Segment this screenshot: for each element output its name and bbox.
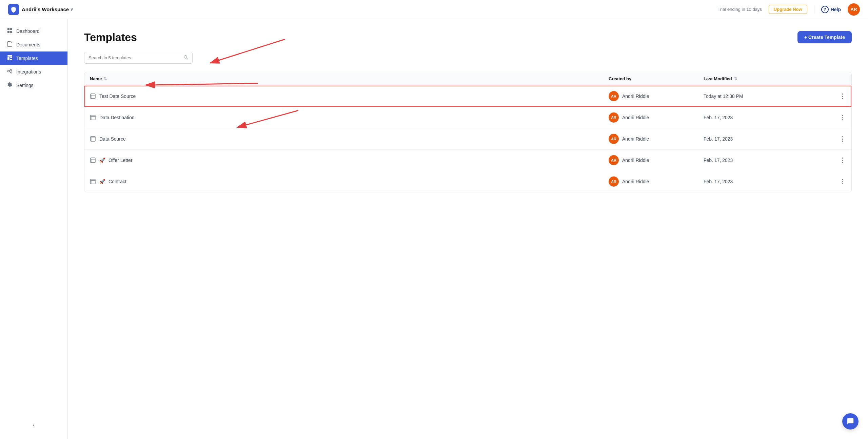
row-name: 🚀 Contract: [90, 179, 609, 185]
chat-bubble-button[interactable]: [842, 413, 859, 430]
svg-rect-1: [10, 28, 12, 30]
navbar-divider: [814, 5, 814, 14]
template-row-icon: [90, 136, 96, 142]
svg-rect-22: [91, 137, 95, 141]
svg-rect-6: [10, 57, 12, 58]
column-created-by: Created by: [609, 76, 704, 81]
templates-icon: [7, 55, 13, 62]
help-icon: ?: [821, 6, 829, 13]
svg-rect-4: [7, 55, 12, 57]
template-row-icon: [90, 157, 96, 163]
svg-rect-2: [7, 31, 9, 33]
main-content: Templates + Create Template Name ⇅ Creat…: [68, 19, 868, 439]
row-name-text: Test Data Source: [99, 93, 136, 99]
row-creator: AR Andrii Riddle: [609, 134, 704, 144]
templates-table: Name ⇅ Created by Last Modified ⇅ Test D…: [84, 72, 852, 192]
creator-name: Andrii Riddle: [622, 136, 649, 142]
row-menu-button[interactable]: ⋮: [832, 92, 846, 100]
creator-name: Andrii Riddle: [622, 115, 649, 120]
table-row[interactable]: 🚀 Contract AR Andrii Riddle Feb. 17, 202…: [84, 171, 851, 192]
row-menu-button[interactable]: ⋮: [832, 178, 846, 185]
svg-point-14: [184, 56, 187, 58]
sidebar-label-dashboard: Dashboard: [16, 28, 40, 34]
sidebar-item-integrations[interactable]: Integrations: [0, 65, 67, 79]
svg-line-12: [9, 71, 11, 72]
row-creator: AR Andrii Riddle: [609, 176, 704, 187]
table-row[interactable]: Data Destination AR Andrii Riddle Feb. 1…: [84, 107, 851, 128]
row-name: Test Data Source: [90, 93, 609, 99]
svg-point-8: [8, 70, 9, 72]
upgrade-button[interactable]: Upgrade Now: [769, 5, 807, 14]
row-modified: Today at 12:38 PM: [704, 93, 832, 99]
settings-icon: [7, 82, 13, 89]
help-label: Help: [831, 7, 841, 12]
creator-avatar: AR: [609, 91, 619, 101]
row-menu-button[interactable]: ⋮: [832, 156, 846, 164]
search-icon: [183, 55, 188, 61]
svg-rect-0: [7, 28, 9, 30]
svg-line-11: [9, 70, 11, 71]
row-modified: Feb. 17, 2023: [704, 136, 832, 142]
column-name: Name ⇅: [90, 76, 609, 81]
template-row-icon: [90, 179, 96, 185]
user-avatar[interactable]: AR: [848, 3, 860, 16]
workspace-selector[interactable]: Andrii's Workspace ∨: [22, 6, 73, 12]
creator-avatar: AR: [609, 112, 619, 123]
table-row[interactable]: Data Source AR Andrii Riddle Feb. 17, 20…: [84, 128, 851, 150]
sidebar-item-dashboard[interactable]: Dashboard: [0, 24, 67, 38]
row-name-text: Offer Letter: [108, 158, 133, 163]
table-row[interactable]: 🚀 Offer Letter AR Andrii Riddle Feb. 17,…: [84, 150, 851, 171]
row-name-text: Data Source: [99, 136, 126, 142]
svg-rect-19: [91, 115, 95, 120]
sidebar-item-settings[interactable]: Settings: [0, 79, 67, 92]
svg-rect-3: [10, 31, 12, 33]
name-sort-icon[interactable]: ⇅: [104, 77, 107, 81]
svg-rect-7: [10, 59, 12, 60]
documents-icon: [7, 41, 13, 48]
brand-logo[interactable]: [8, 4, 19, 15]
svg-rect-5: [7, 57, 9, 60]
row-emoji: 🚀: [99, 179, 105, 184]
modified-sort-icon[interactable]: ⇅: [734, 77, 737, 81]
sidebar-bottom: ‹: [0, 417, 67, 434]
table-body: Test Data Source AR Andrii Riddle Today …: [84, 86, 852, 192]
page-title: Templates: [84, 31, 137, 44]
create-template-button[interactable]: + Create Template: [797, 31, 852, 43]
integrations-icon: [7, 68, 13, 75]
row-name: Data Source: [90, 136, 609, 142]
row-name-text: Contract: [108, 179, 126, 184]
navbar-right: Trial ending in 10 days Upgrade Now ? He…: [718, 3, 860, 16]
row-modified: Feb. 17, 2023: [704, 115, 832, 120]
table-header: Name ⇅ Created by Last Modified ⇅: [84, 72, 852, 86]
workspace-label: Andrii's Workspace: [22, 6, 69, 12]
column-actions: [832, 76, 846, 81]
creator-name: Andrii Riddle: [622, 93, 649, 99]
template-row-icon: [90, 114, 96, 121]
sidebar-label-templates: Templates: [16, 56, 38, 61]
svg-rect-16: [91, 94, 95, 99]
row-modified: Feb. 17, 2023: [704, 179, 832, 184]
svg-point-9: [11, 69, 12, 70]
sidebar-label-integrations: Integrations: [16, 69, 41, 75]
help-button[interactable]: ? Help: [821, 6, 841, 13]
creator-avatar: AR: [609, 176, 619, 187]
creator-avatar: AR: [609, 134, 619, 144]
sidebar-item-templates[interactable]: Templates: [0, 51, 67, 65]
svg-rect-28: [91, 179, 95, 184]
column-last-modified: Last Modified ⇅: [704, 76, 832, 81]
row-menu-button[interactable]: ⋮: [832, 135, 846, 143]
app-layout: Dashboard Documents Templates Integratio…: [0, 19, 868, 439]
search-container: [84, 52, 193, 64]
svg-line-15: [187, 58, 188, 60]
search-input[interactable]: [88, 55, 182, 60]
svg-point-10: [11, 72, 12, 73]
row-name: Data Destination: [90, 114, 609, 121]
sidebar: Dashboard Documents Templates Integratio…: [0, 19, 68, 439]
sidebar-label-documents: Documents: [16, 42, 40, 47]
table-row[interactable]: Test Data Source AR Andrii Riddle Today …: [84, 86, 851, 107]
row-menu-button[interactable]: ⋮: [832, 114, 846, 121]
trial-text: Trial ending in 10 days: [718, 7, 762, 12]
sidebar-collapse-button[interactable]: ‹: [7, 422, 61, 428]
sidebar-item-documents[interactable]: Documents: [0, 38, 67, 51]
page-header: Templates + Create Template: [84, 31, 852, 44]
